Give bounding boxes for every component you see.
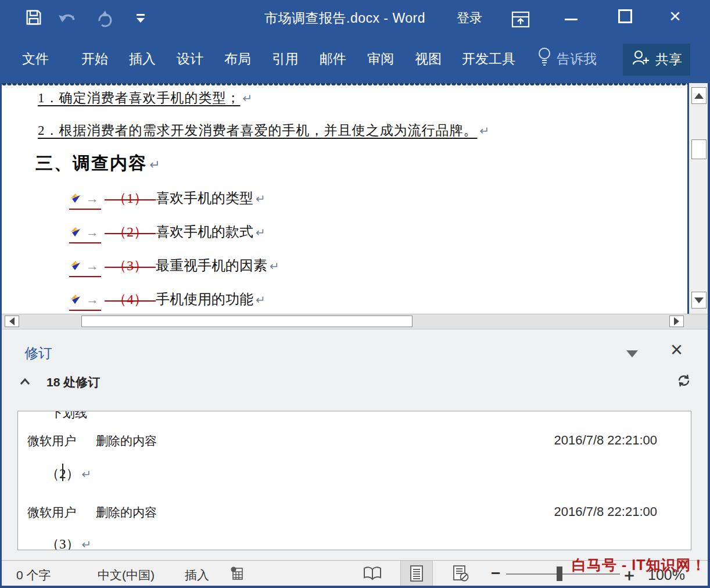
window-border-left	[0, 83, 2, 588]
tab-mark: →	[83, 225, 101, 239]
paragraph-mark: ↵	[480, 124, 490, 138]
tab-mark: →	[83, 191, 101, 206]
macro-record-icon[interactable]	[230, 566, 244, 583]
deleted-number: （1）	[105, 189, 156, 207]
close-button[interactable]: ×	[669, 5, 681, 27]
picture-bullet-icon	[69, 226, 83, 242]
tab-file[interactable]: 文件	[22, 50, 49, 68]
doc-heading: 三、调查内容↵	[35, 152, 161, 175]
share-label: 共享	[655, 51, 682, 69]
scroll-left-button[interactable]	[5, 315, 19, 327]
tab-insert[interactable]: 插入	[129, 50, 156, 68]
revision-action: 删除的内容	[96, 504, 157, 521]
picture-bullet-icon	[69, 260, 83, 275]
redo-icon[interactable]	[95, 9, 114, 30]
right-arrow-icon	[674, 317, 679, 325]
tracked-list-item: →（3）最重视手机的因素↵	[69, 256, 279, 277]
revision-author: 微软用户	[27, 433, 76, 449]
refresh-icon[interactable]	[676, 373, 691, 390]
paragraph-mark: ↵	[256, 192, 266, 206]
left-arrow-icon	[9, 317, 15, 325]
word-window: 市场调查报告.docx - Word 登录 × 文件 开始 插入 设计 布局 引…	[0, 0, 710, 588]
horizontal-scroll-thumb[interactable]	[81, 315, 413, 327]
paragraph-mark: ↵	[256, 293, 266, 307]
tab-review[interactable]: 审阅	[367, 50, 394, 68]
revisions-pane-title: 修订	[24, 344, 52, 363]
title-bar: 市场调查报告.docx - Word 登录 ×	[0, 0, 710, 38]
paragraph-mark: ↵	[270, 259, 279, 273]
word-count[interactable]: 0 个字	[16, 567, 51, 583]
zoom-out-button[interactable]: −	[491, 564, 500, 583]
ribbon-tab-row: 文件 开始 插入 设计 布局 引用 邮件 审阅 视图 开发工具 告诉我	[0, 38, 710, 83]
document-canvas[interactable]: 1．确定消费者喜欢手机的类型；↵ 2．根据消费者的需求开发消费者喜爱的手机，并且…	[2, 83, 687, 314]
revision-author: 微软用户	[27, 504, 76, 521]
sign-in-button[interactable]: 登录	[457, 9, 482, 27]
vertical-scroll-thumb[interactable]	[691, 139, 707, 159]
revision-timestamp: 2016/7/8 22:21:00	[554, 433, 657, 448]
picture-bullet-icon	[69, 192, 83, 208]
scroll-down-button[interactable]	[691, 292, 707, 309]
up-arrow-icon	[694, 93, 704, 99]
collapse-chevron-icon[interactable]	[19, 378, 31, 388]
save-icon[interactable]	[24, 8, 43, 29]
share-button[interactable]: 共享	[623, 44, 690, 76]
vertical-scrollbar[interactable]	[689, 83, 708, 314]
pane-dropdown-icon[interactable]	[626, 350, 638, 357]
tab-references[interactable]: 引用	[272, 50, 299, 68]
tab-mark: →	[83, 259, 101, 273]
tracked-list-item: →（4）手机使用的功能↵	[69, 290, 266, 311]
tab-view[interactable]: 视图	[415, 50, 442, 68]
undo-icon[interactable]	[57, 10, 80, 29]
quick-access-dropdown-icon[interactable]	[135, 13, 146, 26]
print-layout-icon	[409, 565, 424, 582]
paragraph-mark: ↵	[243, 91, 253, 105]
paragraph-mark: ↵	[256, 225, 266, 239]
scroll-up-button[interactable]	[691, 87, 707, 104]
minimize-button[interactable]	[565, 19, 578, 20]
tell-me-box[interactable]: 告诉我	[557, 50, 597, 68]
revision-action: 删除的内容	[96, 433, 157, 449]
text-cursor	[62, 464, 63, 481]
inserted-segment: →	[69, 191, 101, 210]
tab-layout[interactable]: 布局	[224, 50, 251, 68]
inserted-segment: →	[69, 258, 101, 277]
revision-timestamp: 2016/7/8 22:21:00	[554, 504, 657, 519]
revision-content: （3）↵	[46, 535, 91, 550]
pane-close-button[interactable]: ×	[670, 339, 683, 360]
deleted-number: （3）	[105, 256, 156, 275]
down-arrow-icon	[694, 297, 704, 303]
list-item-text: 手机使用的功能	[156, 292, 253, 307]
tab-design[interactable]: 设计	[177, 50, 203, 68]
clipped-revision-text: 下划线	[51, 411, 87, 421]
deleted-number: （2）	[105, 223, 156, 241]
horizontal-scrollbar[interactable]	[0, 314, 708, 329]
revision-count[interactable]: 18 处修订	[46, 374, 100, 390]
tab-developer[interactable]: 开发工具	[462, 50, 515, 68]
read-mode-icon	[363, 566, 382, 581]
web-layout-button[interactable]	[444, 561, 477, 586]
window-border-bottom	[0, 586, 710, 588]
list-item-text: 最重视手机的因素	[156, 258, 267, 273]
zoom-slider-thumb[interactable]	[557, 567, 562, 581]
doc-paragraph: 2．根据消费者的需求开发消费者喜爱的手机，并且使之成为流行品牌。↵	[38, 121, 490, 139]
web-layout-icon	[452, 565, 469, 582]
print-layout-button[interactable]	[400, 561, 433, 586]
maximize-button[interactable]	[618, 9, 632, 23]
site-watermark: 白马号 - IT知识网！	[572, 555, 706, 575]
tab-mailings[interactable]: 邮件	[320, 50, 346, 68]
revisions-list[interactable]: 下划线 微软用户 删除的内容 2016/7/8 22:21:00 （2）↵ 微软…	[17, 411, 691, 550]
scroll-right-button[interactable]	[669, 315, 684, 327]
deleted-number: （4）	[105, 290, 156, 309]
tracked-list-item: →（1）喜欢手机的类型↵	[69, 189, 266, 210]
paragraph-mark: ↵	[82, 537, 92, 550]
inserted-segment: →	[69, 224, 101, 243]
tab-home[interactable]: 开始	[81, 50, 108, 68]
language-indicator[interactable]: 中文(中国)	[98, 567, 155, 583]
ribbon-display-options-icon[interactable]	[510, 9, 531, 31]
read-mode-button[interactable]	[356, 561, 389, 586]
paragraph-mark: ↵	[82, 467, 92, 481]
revision-content: （2）↵	[46, 465, 91, 483]
insert-mode-indicator[interactable]: 插入	[185, 567, 209, 583]
ribbon-edge-decoration	[2, 83, 687, 87]
share-person-icon	[631, 49, 651, 70]
